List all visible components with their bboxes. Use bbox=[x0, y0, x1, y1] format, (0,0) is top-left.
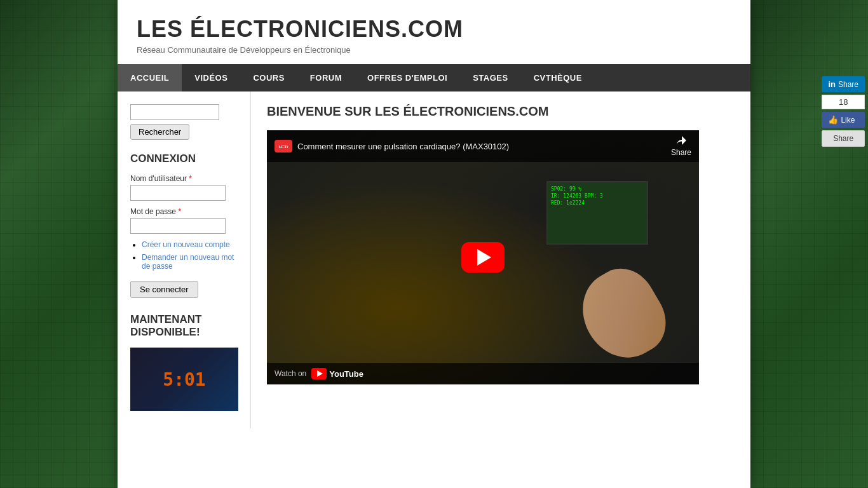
forgot-password-link[interactable]: Demander un nouveau mot de passe bbox=[142, 253, 234, 271]
video-container: u=n Comment mesurer une pulsation cardia… bbox=[267, 130, 699, 384]
video-share-button[interactable]: Share bbox=[671, 135, 691, 157]
search-button[interactable]: Rechercher bbox=[130, 124, 189, 140]
pcb-display-row-3: RED: 1e2224 bbox=[551, 200, 644, 207]
nav-item-cours[interactable]: COURS bbox=[240, 64, 297, 92]
main-wrapper: LES ÉLECTRONICIENS.COM Réseau Communauta… bbox=[118, 0, 750, 488]
video-bottombar: Watch on YouTube bbox=[267, 363, 699, 384]
main-content: BIENVENUE SUR LES ÉLECTRONICIENS.COM u=n bbox=[251, 92, 750, 428]
nav-link-videos[interactable]: VIDÉOS bbox=[182, 64, 240, 92]
share-widget: in Share 18 👍 Like Share bbox=[822, 76, 865, 147]
nav-link-cvtheque[interactable]: CVTHÈQUE bbox=[521, 64, 595, 92]
nav-item-emploi[interactable]: OFFRES D'EMPLOI bbox=[355, 64, 460, 92]
connect-button[interactable]: Se connecter bbox=[130, 281, 198, 298]
nav-link-forum[interactable]: FORUM bbox=[297, 64, 355, 92]
video-share-label: Share bbox=[671, 148, 691, 157]
play-triangle-icon bbox=[477, 249, 491, 266]
youtube-play-icon bbox=[311, 368, 327, 379]
facebook-like-label: Like bbox=[841, 116, 855, 125]
disponible-title: MAINTENANT DISPONIBLE! bbox=[130, 313, 238, 339]
nav-item-accueil[interactable]: ACCUEIL bbox=[118, 64, 182, 92]
linkedin-share-label: Share bbox=[838, 80, 858, 89]
bg-left-pcb bbox=[0, 0, 118, 488]
nav-item-stages[interactable]: STAGES bbox=[460, 64, 521, 92]
bg-right-pcb bbox=[750, 0, 868, 488]
channel-logo-text: u=n bbox=[279, 144, 288, 149]
site-header: LES ÉLECTRONICIENS.COM Réseau Communauta… bbox=[118, 0, 750, 64]
nav-item-cvtheque[interactable]: CVTHÈQUE bbox=[521, 64, 595, 92]
nav-link-emploi[interactable]: OFFRES D'EMPLOI bbox=[355, 64, 460, 92]
connexion-section: CONNEXION Nom d'utilisateur * Mot de pas… bbox=[130, 152, 238, 298]
watch-on-text: Watch on bbox=[275, 369, 306, 378]
video-channel: u=n Comment mesurer une pulsation cardia… bbox=[275, 140, 509, 152]
username-required: * bbox=[189, 174, 192, 183]
pcb-display-row-1: SP02: 99 % bbox=[551, 186, 644, 193]
search-input[interactable] bbox=[130, 104, 219, 120]
create-account-link[interactable]: Créer un nouveau compte bbox=[142, 240, 230, 249]
password-input[interactable] bbox=[130, 218, 226, 234]
connexion-title: CONNEXION bbox=[130, 152, 238, 165]
share-arrow-icon bbox=[675, 135, 687, 147]
youtube-text: YouTube bbox=[329, 369, 363, 379]
site-subtitle: Réseau Communautaire de Développeurs en … bbox=[137, 45, 731, 55]
nav-item-forum[interactable]: FORUM bbox=[297, 64, 355, 92]
thumbs-up-icon: 👍 bbox=[828, 115, 838, 125]
nav-link-accueil[interactable]: ACCUEIL bbox=[118, 64, 182, 92]
disponible-image: 5:01 bbox=[130, 348, 238, 411]
video-title-text: Comment mesurer une pulsation cardiaque?… bbox=[297, 142, 509, 151]
video-topbar: u=n Comment mesurer une pulsation cardia… bbox=[267, 130, 699, 162]
username-input[interactable] bbox=[130, 185, 226, 201]
username-label: Nom d'utilisateur * bbox=[130, 174, 238, 183]
video-thumbnail[interactable]: u=n Comment mesurer une pulsation cardia… bbox=[267, 130, 699, 384]
share-count: 18 bbox=[822, 95, 865, 109]
nav-link-cours[interactable]: COURS bbox=[240, 64, 297, 92]
youtube-logo[interactable]: YouTube bbox=[311, 368, 363, 379]
linkedin-icon: in bbox=[828, 79, 836, 89]
password-label: Mot de passe * bbox=[130, 207, 238, 216]
create-account-item: Créer un nouveau compte bbox=[142, 240, 238, 249]
forgot-password-item: Demander un nouveau mot de passe bbox=[142, 253, 238, 271]
pcb-display-row-2: IR: 124263 BPM: 3 bbox=[551, 193, 644, 200]
content-area: Rechercher CONNEXION Nom d'utilisateur *… bbox=[118, 92, 750, 428]
main-nav: ACCUEIL VIDÉOS COURS FORUM OFFRES D'EMPL… bbox=[118, 64, 750, 92]
nav-item-videos[interactable]: VIDÉOS bbox=[182, 64, 240, 92]
disponible-display-text: 5:01 bbox=[163, 369, 205, 390]
auth-links: Créer un nouveau compte Demander un nouv… bbox=[130, 240, 238, 271]
youtube-play-triangle bbox=[317, 370, 323, 377]
search-box: Rechercher bbox=[130, 104, 238, 140]
channel-logo: u=n bbox=[275, 140, 292, 152]
site-title: LES ÉLECTRONICIENS.COM bbox=[137, 16, 731, 43]
share-gray-button[interactable]: Share bbox=[822, 130, 865, 147]
pcb-display: SP02: 99 % IR: 124263 BPM: 3 RED: 1e2224 bbox=[546, 181, 648, 245]
password-required: * bbox=[178, 207, 181, 216]
play-button[interactable] bbox=[461, 242, 505, 273]
sidebar: Rechercher CONNEXION Nom d'utilisateur *… bbox=[118, 92, 251, 428]
facebook-like-button[interactable]: 👍 Like bbox=[822, 112, 865, 128]
page-title: BIENVENUE SUR LES ÉLECTRONICIENS.COM bbox=[267, 104, 735, 119]
disponible-section: MAINTENANT DISPONIBLE! 5:01 bbox=[130, 313, 238, 411]
nav-link-stages[interactable]: STAGES bbox=[460, 64, 521, 92]
linkedin-share-button[interactable]: in Share bbox=[822, 76, 865, 92]
